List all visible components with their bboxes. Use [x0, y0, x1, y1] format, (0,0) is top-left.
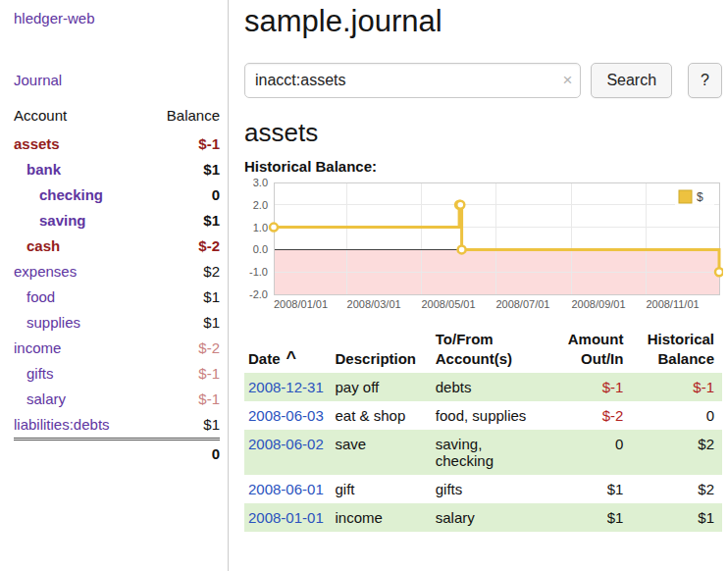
register-header-date-label: Date — [248, 350, 281, 367]
transaction-date-cell: 2008-06-02 — [244, 430, 336, 475]
register-header-description: Description — [336, 326, 436, 373]
account-link-checking[interactable]: checking — [39, 186, 103, 203]
register-header-date[interactable]: Date^ — [244, 326, 336, 373]
transaction-accounts: gifts — [436, 475, 560, 503]
transaction-balance: $-1 — [631, 373, 722, 401]
svg-text:1.0: 1.0 — [253, 222, 268, 234]
transaction-date-cell: 2008-06-01 — [244, 475, 336, 503]
transaction-balance: $2 — [631, 475, 722, 503]
account-link-bank[interactable]: bank — [26, 161, 61, 178]
account-link-gifts[interactable]: gifts — [26, 365, 54, 382]
transaction-accounts: salary — [436, 503, 560, 532]
accounts-total-spacer — [14, 440, 146, 468]
transaction-amount: $-1 — [559, 373, 631, 401]
account-balance: $1 — [146, 285, 220, 310]
search-box: × — [244, 63, 581, 98]
journal-link[interactable]: Journal — [14, 72, 220, 88]
transaction-description: save — [336, 430, 436, 475]
transaction-accounts: debts — [436, 373, 560, 401]
transaction-description: eat & shop — [336, 401, 436, 430]
accounts-table-body: assets$-1bank$1checking0saving$1cash$-2e… — [14, 131, 220, 440]
accounts-table: Account Balance assets$-1bank$1checking0… — [14, 104, 220, 467]
register-row: 2008-12-31pay offdebts$-1$-1 — [244, 373, 722, 401]
transaction-amount: $1 — [559, 503, 631, 532]
account-row: checking0 — [14, 182, 220, 208]
transaction-description: pay off — [336, 373, 436, 401]
account-balance: $-1 — [146, 387, 220, 412]
account-row: expenses$2 — [14, 259, 220, 285]
svg-text:0.0: 0.0 — [253, 243, 268, 255]
account-link-cash[interactable]: cash — [26, 237, 60, 254]
main-content: sample.journal × Search ? assets Histori… — [229, 0, 728, 571]
search-bar: × Search ? — [244, 63, 722, 98]
register-row: 2008-01-01incomesalary$1$1 — [244, 503, 722, 532]
hledger-web-app: hledger-web Journal Account Balance asse… — [0, 0, 728, 571]
accounts-header-account: Account — [14, 104, 146, 131]
transaction-balance: 0 — [631, 401, 722, 430]
register-table: Date^ Description To/From Account(s) Amo… — [244, 326, 722, 532]
account-row: assets$-1 — [14, 131, 220, 157]
transaction-date-link[interactable]: 2008-01-01 — [248, 509, 324, 526]
transaction-date-cell: 2008-01-01 — [244, 503, 336, 532]
register-row: 2008-06-03eat & shopfood, supplies$-20 — [244, 401, 722, 430]
transaction-amount: 0 — [559, 430, 631, 475]
transaction-date-link[interactable]: 2008-06-03 — [248, 407, 324, 424]
svg-text:2008/05/01: 2008/05/01 — [422, 298, 476, 310]
account-heading: assets — [244, 118, 722, 148]
account-row: food$1 — [14, 285, 220, 310]
transaction-date-link[interactable]: 2008-06-02 — [248, 436, 324, 452]
transaction-date-link[interactable]: 2008-12-31 — [248, 379, 324, 395]
account-link-salary[interactable]: salary — [26, 390, 66, 407]
svg-text:2.0: 2.0 — [253, 199, 268, 211]
account-link-income[interactable]: income — [14, 339, 61, 356]
account-balance: $-1 — [146, 361, 220, 387]
register-row: 2008-06-01giftgifts$1$2 — [244, 475, 722, 503]
register-header-accounts: To/From Account(s) — [436, 326, 560, 373]
svg-text:-2.0: -2.0 — [249, 288, 268, 300]
account-link-liabilities-debts[interactable]: liabilities:debts — [14, 416, 110, 433]
account-balance: $-1 — [146, 131, 220, 157]
account-row: bank$1 — [14, 157, 220, 182]
account-row: gifts$-1 — [14, 361, 220, 387]
account-link-saving[interactable]: saving — [39, 212, 86, 229]
transaction-date-link[interactable]: 2008-06-01 — [248, 481, 324, 497]
svg-text:2008/11/01: 2008/11/01 — [646, 298, 699, 310]
transaction-description: income — [336, 503, 436, 532]
svg-text:2008/07/01: 2008/07/01 — [495, 298, 549, 310]
transaction-accounts: saving, checking — [436, 430, 560, 475]
transaction-amount: $-2 — [559, 401, 631, 430]
account-link-food[interactable]: food — [26, 288, 55, 305]
register-header-balance: Historical Balance — [631, 326, 722, 373]
account-balance: $1 — [146, 412, 220, 440]
transaction-date-cell: 2008-12-31 — [244, 373, 336, 401]
account-balance: $2 — [146, 259, 220, 285]
app-title-link[interactable]: hledger-web — [14, 10, 220, 26]
svg-text:2008/09/01: 2008/09/01 — [572, 298, 626, 310]
account-link-expenses[interactable]: expenses — [14, 263, 77, 280]
svg-text:-1.0: -1.0 — [249, 266, 268, 278]
help-button[interactable]: ? — [688, 63, 722, 98]
svg-text:3.0: 3.0 — [253, 179, 268, 188]
transaction-date-cell: 2008-06-03 — [244, 401, 336, 430]
register-row: 2008-06-02savesaving, checking0$2 — [244, 430, 722, 475]
account-link-assets[interactable]: assets — [14, 135, 60, 152]
transaction-accounts: food, supplies — [436, 401, 560, 430]
historical-balance-chart: 3.02.01.00.0-1.0-2.02008/01/012008/03/01… — [244, 179, 723, 314]
sort-ascending-icon: ^ — [286, 348, 297, 368]
transaction-amount: $1 — [559, 475, 631, 503]
svg-text:$: $ — [697, 190, 703, 204]
accounts-total-row: 0 — [14, 440, 220, 468]
transaction-balance: $2 — [631, 430, 722, 475]
clear-search-icon[interactable]: × — [562, 72, 572, 88]
accounts-header-balance: Balance — [146, 104, 220, 131]
account-link-supplies[interactable]: supplies — [26, 314, 80, 331]
chart-title: Historical Balance: — [244, 158, 722, 175]
register-header-amount: Amount Out/In — [559, 326, 631, 373]
transaction-balance: $1 — [631, 503, 722, 532]
svg-text:2008/03/01: 2008/03/01 — [347, 298, 401, 310]
search-button[interactable]: Search — [591, 63, 672, 98]
account-row: salary$-1 — [14, 387, 220, 412]
transaction-description: gift — [336, 475, 436, 503]
account-row: liabilities:debts$1 — [14, 412, 220, 440]
search-input[interactable] — [244, 63, 581, 98]
